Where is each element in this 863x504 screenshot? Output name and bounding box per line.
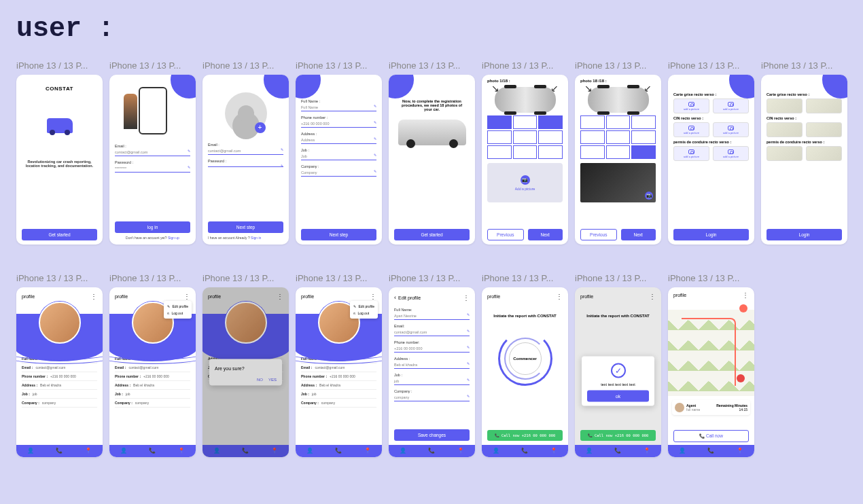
modal-no-button[interactable]: NO bbox=[257, 378, 263, 382]
doc-thumbnail[interactable] bbox=[806, 122, 842, 137]
job-input[interactable]: job bbox=[394, 378, 470, 385]
location-icon[interactable]: 📍 bbox=[644, 448, 650, 454]
get-started-button[interactable]: Get started bbox=[22, 229, 97, 240]
fullname-input[interactable]: Ayari Nesrine bbox=[394, 312, 470, 320]
doc-thumbnail[interactable] bbox=[767, 98, 803, 113]
logout-menuitem[interactable]: ⎋Log out bbox=[167, 310, 188, 317]
location-icon[interactable]: 📍 bbox=[271, 448, 278, 454]
profile-icon[interactable]: 👤 bbox=[120, 448, 127, 454]
doc-upload-box[interactable]: add a picture bbox=[673, 146, 709, 161]
profile-dropdown: ✎Edit profile ⎋Log out bbox=[350, 301, 378, 319]
email-input[interactable]: contact@gmail.com bbox=[115, 149, 190, 156]
phone-icon[interactable]: 📞 bbox=[56, 448, 63, 454]
avatar-upload[interactable]: + bbox=[225, 92, 267, 134]
screen-welcome: CONSTAT Revolutionizing car crash report… bbox=[16, 75, 103, 245]
logout-menuitem[interactable]: ⎋Log out bbox=[353, 310, 374, 317]
profile-icon[interactable]: 👤 bbox=[586, 448, 593, 454]
location-icon[interactable]: 📍 bbox=[457, 448, 464, 454]
profile-icon[interactable]: 👤 bbox=[213, 448, 220, 454]
doc-upload-box[interactable]: add a picture bbox=[673, 122, 709, 137]
add-picture-box[interactable]: 📷 Add a picture bbox=[487, 163, 563, 202]
call-now-button[interactable]: 📞 Call now +216 00 000 000 bbox=[580, 430, 656, 441]
edit-profile-menuitem[interactable]: ✎Edit profile bbox=[167, 303, 188, 310]
address-input[interactable]: Beb el khadra bbox=[394, 361, 470, 369]
menu-icon[interactable]: ⋮ bbox=[649, 295, 656, 298]
menu-icon[interactable]: ⋮ bbox=[277, 295, 283, 298]
doc-upload-box[interactable]: add a picture bbox=[673, 98, 709, 113]
doc-thumbnail[interactable] bbox=[767, 146, 803, 161]
doc-thumbnail[interactable] bbox=[767, 122, 803, 137]
phone-icon[interactable]: 📞 bbox=[707, 448, 714, 454]
pencil-icon: ✎ bbox=[353, 304, 356, 308]
job-input[interactable]: Job bbox=[301, 153, 376, 160]
call-now-button[interactable]: 📞 Call now +216 00 000 000 bbox=[487, 430, 563, 441]
location-icon[interactable]: 📍 bbox=[364, 448, 371, 454]
damage-grid[interactable] bbox=[487, 115, 563, 159]
signup-link[interactable]: Sign up bbox=[168, 236, 179, 240]
profile-icon[interactable]: 👤 bbox=[679, 448, 686, 454]
modal-yes-button[interactable]: YES bbox=[268, 378, 277, 382]
previous-button[interactable]: Previous bbox=[580, 229, 617, 240]
next-button[interactable]: Next bbox=[621, 229, 656, 240]
phone-icon[interactable]: 📞 bbox=[242, 448, 249, 454]
edit-profile-menuitem[interactable]: ✎Edit profile bbox=[353, 303, 374, 310]
menu-icon[interactable]: ⋮ bbox=[370, 295, 376, 298]
menu-icon[interactable]: ⋮ bbox=[556, 295, 563, 298]
login-button[interactable]: log in bbox=[115, 221, 190, 233]
next-button[interactable]: Next bbox=[528, 229, 563, 240]
menu-icon[interactable]: ⋮ bbox=[90, 295, 97, 298]
doc-upload-box[interactable]: add a picture bbox=[713, 146, 749, 161]
password-input[interactable] bbox=[208, 164, 283, 167]
email-input[interactable]: contact@gmail.com bbox=[208, 147, 283, 155]
avatar bbox=[225, 302, 267, 344]
phone-icon[interactable]: 📞 bbox=[335, 448, 342, 454]
phone-icon[interactable]: 📞 bbox=[614, 448, 621, 454]
next-step-button[interactable]: Next step bbox=[301, 229, 376, 240]
location-icon[interactable]: 📍 bbox=[737, 448, 743, 454]
signin-link[interactable]: Sign in bbox=[251, 236, 261, 240]
camera-icon: 📷 bbox=[645, 192, 653, 200]
menu-icon[interactable]: ⋮ bbox=[463, 296, 470, 300]
menu-icon[interactable]: ⋮ bbox=[742, 293, 749, 297]
profile-icon[interactable]: 👤 bbox=[493, 448, 499, 454]
profile-icon[interactable]: 👤 bbox=[306, 448, 313, 454]
location-icon[interactable]: 📍 bbox=[85, 448, 92, 454]
doc-upload-box[interactable]: add a picture bbox=[713, 98, 749, 113]
location-icon[interactable]: 📍 bbox=[550, 448, 557, 454]
address-input[interactable]: Address bbox=[301, 137, 376, 144]
menu-icon[interactable]: ⋮ bbox=[183, 295, 190, 298]
phone-input[interactable]: +216 00 000 000 bbox=[394, 345, 470, 353]
commencer-button[interactable]: Commencer bbox=[509, 342, 542, 375]
login-button[interactable]: Login bbox=[673, 229, 749, 240]
next-step-button[interactable]: Next step bbox=[208, 221, 283, 233]
screen-photo-18: photo 18 /18 : ↘ ↙ 📷 Previous Nex bbox=[575, 75, 661, 245]
phone-icon[interactable]: 📞 bbox=[149, 448, 156, 454]
car-top-view bbox=[495, 87, 556, 113]
phone-input[interactable]: +216 00 000 000 bbox=[301, 120, 376, 128]
profile-icon[interactable]: 👤 bbox=[27, 448, 34, 454]
company-input[interactable]: company bbox=[394, 394, 470, 401]
doc-thumbnail[interactable] bbox=[806, 146, 842, 161]
profile-field: Job :job bbox=[22, 390, 97, 399]
profile-field: Address :Beb el khadra bbox=[22, 381, 97, 390]
profile-icon[interactable]: 👤 bbox=[400, 448, 406, 454]
email-input[interactable]: contact@gmail.com bbox=[394, 329, 470, 336]
doc-upload-box[interactable]: add a picture bbox=[713, 122, 749, 137]
get-started-button[interactable]: Get started bbox=[394, 229, 470, 240]
doc-thumbnail[interactable] bbox=[806, 98, 842, 113]
back-icon[interactable]: ‹ bbox=[394, 294, 396, 301]
phone-icon[interactable]: 📞 bbox=[521, 448, 528, 454]
frame-edit-profile: iPhone 13 / 13 P... ‹ Edit profile ⋮ Ful… bbox=[389, 273, 475, 457]
ok-button[interactable]: ok bbox=[587, 390, 649, 401]
photo-thumbnail[interactable]: 📷 bbox=[580, 163, 656, 202]
location-icon[interactable]: 📍 bbox=[178, 448, 185, 454]
call-now-button[interactable]: 📞 Call now bbox=[673, 430, 749, 442]
company-input[interactable]: Company bbox=[301, 169, 376, 177]
fullname-input[interactable]: Full Name bbox=[301, 104, 376, 111]
phone-icon[interactable]: 📞 bbox=[428, 448, 435, 454]
save-changes-button[interactable]: Save changes bbox=[394, 429, 470, 441]
login-button[interactable]: Login bbox=[767, 229, 842, 240]
damage-grid[interactable] bbox=[580, 115, 656, 159]
password-input[interactable]: ******** bbox=[115, 165, 190, 173]
previous-button[interactable]: Previous bbox=[487, 229, 524, 240]
